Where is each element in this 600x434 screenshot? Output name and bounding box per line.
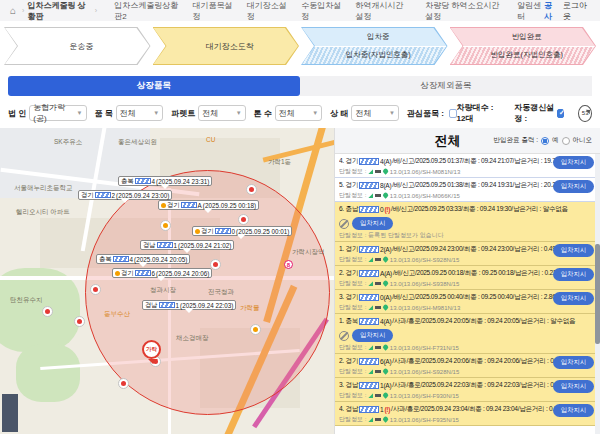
entry-order-button[interactable]: 입차지시 <box>553 180 590 191</box>
gps-pin-icon <box>382 192 388 198</box>
breadcrumb: 입차스케줄링 상황판 <box>27 0 91 22</box>
vehicle-info: 1. 경기2(A)/배/신고/2025.09.24 23:00/최종 : 09.… <box>339 244 590 255</box>
scrollbar-track[interactable] <box>595 154 600 434</box>
item-select[interactable]: 전체▼ <box>116 105 163 121</box>
vehicle-marker-icon[interactable] <box>42 306 53 317</box>
signal-icon <box>368 281 373 286</box>
tab-listed-items[interactable]: 상장품목 <box>8 76 300 96</box>
home-icon[interactable]: ⌂ <box>10 5 16 16</box>
nav-item-2[interactable]: 대기장소설정 <box>247 0 287 22</box>
plate-suffix: 2(A) <box>380 246 391 253</box>
step-in-transit[interactable]: 운송중 <box>4 27 151 65</box>
entry-order-button[interactable]: 입차지시 <box>553 268 590 279</box>
vehicle-row: 1. 경기2(A)/배/신고/2025.09.24 23:00/최종 : 09.… <box>335 242 600 266</box>
nav-item-3[interactable]: 수동입차설정 <box>301 0 341 22</box>
vehicle-marker-icon[interactable] <box>246 184 257 195</box>
corp-select[interactable]: 농협가락(공)▼ <box>29 105 86 121</box>
vehicle-info: 3. 경기0(A)/배/신고/2025.09.25 00:40/최종 : 09.… <box>339 292 590 303</box>
vehicle-marker-icon[interactable] <box>90 284 101 295</box>
vehicle-row: 3. 경기0(A)/배/신고/2025.09.25 00:40/최종 : 09.… <box>335 290 600 314</box>
vehicle-row: 4. 경남1(!)/사과/홍로/2025.09.24 23:04/최종 : 09… <box>335 402 600 426</box>
callout-time: (2025.09.24 20:05) <box>134 256 187 263</box>
interest-item-label: 관심품목 : <box>407 108 444 119</box>
gps-pin-icon <box>382 280 388 286</box>
state-select[interactable]: 전체▼ <box>351 105 398 121</box>
signal-icon <box>368 417 373 422</box>
chevron-down-icon: ▼ <box>153 110 159 116</box>
nav-item-0[interactable]: 입차스케줄링상황판2 <box>114 0 178 22</box>
step-arrived-waiting-area[interactable]: 대기장소도착 <box>153 27 300 65</box>
map-poi-label: 헬리오시티 아파트 <box>16 208 70 217</box>
nav-item-6[interactable]: 알림센터 <box>517 0 544 22</box>
masked-plate <box>359 358 379 365</box>
callout-region: 경기 <box>167 201 180 210</box>
entry-order-button[interactable]: 입차지시 <box>553 404 590 415</box>
device-label: 단말정보 : <box>339 279 366 288</box>
gps-pin-icon <box>382 344 388 350</box>
vehicle-marker-icon[interactable] <box>238 214 249 225</box>
map-poi-label: 가락1동 <box>268 158 291 167</box>
panel-header: 전체 반입완료 출력 : 예 아니오 <box>335 128 600 154</box>
signal-icon <box>368 369 373 374</box>
map-poi-label: SK주유소 <box>54 138 82 147</box>
device-value: 13.0(13.06)/SH-S938N/15 <box>390 281 459 287</box>
plate-suffix: 0(A) <box>380 294 391 301</box>
gps-pin-icon <box>382 368 388 374</box>
entry-order-button[interactable]: 입차지시 <box>352 217 393 230</box>
masked-plate <box>359 182 379 189</box>
entry-order-button[interactable]: 입차지시 <box>553 292 590 303</box>
step-entering[interactable]: 입차중 입차중(자법인호출) <box>301 27 448 65</box>
nav-item-5[interactable]: 차량당 하역소요시간 설정 <box>425 0 503 22</box>
masked-plate <box>359 382 379 389</box>
vehicle-marker-icon[interactable] <box>118 378 129 389</box>
carry-in-output-toggle: 반입완료 출력 : 예 아니오 <box>494 128 592 153</box>
map-building <box>2 394 18 432</box>
refresh-countdown-icon[interactable]: 53 <box>578 105 592 122</box>
nav-item-4[interactable]: 하역개시시간 설정 <box>356 0 412 22</box>
device-info: 단말정보 : 13.0(13.06)/SH-F935N/15 <box>339 415 590 424</box>
output-yes-label: 예 <box>552 136 559 145</box>
chevron-down-icon: ▼ <box>236 110 242 116</box>
vehicle-details: /배/신고/2025.09.25 01:37/최종 : 09.24 21:07/… <box>392 157 568 166</box>
auto-refresh-checkbox[interactable] <box>557 109 564 118</box>
callout-time: (2025.09.24 21:02) <box>178 242 231 249</box>
vehicle-row: 2. 경기6(A)/사과/홍로/2025.09.24 20:06/최종 : 09… <box>335 354 600 378</box>
vehicle-marker-icon[interactable] <box>160 220 171 231</box>
ton-select[interactable]: 전체▼ <box>275 105 322 121</box>
vehicle-marker-icon[interactable] <box>74 316 85 327</box>
subway-station-icon: 8 <box>284 260 293 269</box>
step-carry-in-complete[interactable]: 반입완료 반입완료(자법인호출) <box>450 27 597 65</box>
vehicle-details: /배/신고/2025.09.24 23:00/최종 : 09.24 23:00/… <box>392 245 565 254</box>
logout-link[interactable]: 로그아웃 <box>563 0 590 22</box>
interest-item-checkbox[interactable] <box>449 109 457 118</box>
battery-icon <box>375 306 381 310</box>
masked-plate <box>359 206 379 213</box>
nav-item-1[interactable]: 대기품목설정 <box>192 0 232 22</box>
output-yes-radio[interactable] <box>541 137 549 145</box>
output-no-radio[interactable] <box>562 137 570 145</box>
vehicle-info: 1. 충북4(A)/사과/홍로/2025.09.24 20:05/최종 : 09… <box>339 316 590 327</box>
vehicle-marker-icon[interactable] <box>250 324 261 335</box>
pallet-select[interactable]: 전체▼ <box>198 105 245 121</box>
plate-suffix: 4(A) <box>380 158 391 165</box>
entry-order-button[interactable]: 입차지시 <box>553 156 590 167</box>
entry-order-button[interactable]: 입차지시 <box>553 244 590 255</box>
map-poi-label: 채소경매장 <box>176 334 209 343</box>
vehicle-number: 2. 경기 <box>339 269 358 278</box>
pallet-label: 파렛트 <box>171 108 195 119</box>
user-name[interactable]: 공사 <box>544 0 558 22</box>
entry-order-button[interactable]: 입차지시 <box>352 329 393 342</box>
masked-plate <box>359 318 379 325</box>
entry-order-button[interactable]: 입차지시 <box>553 380 590 391</box>
entry-order-button[interactable]: 입차지시 <box>553 356 590 367</box>
callout-time: (2025.09.25 00:01) <box>236 228 289 235</box>
device-info: 단말정보 : 13.0(13.06)/SH-F731N/15 <box>339 343 590 352</box>
nav-menu: 입차스케줄링상황판2대기품목설정대기장소설정수동입차설정하역개시시간 설정차량당… <box>114 0 544 22</box>
masked-plate <box>359 294 379 301</box>
vehicle-callout: 경기 0 (2025.09.25 00:01) <box>192 226 292 236</box>
map-poi-label: 가락시장역 <box>292 248 325 257</box>
device-info: 단말정보 : 13.0(13.06)/SH-S928N/15 <box>339 255 590 264</box>
map[interactable]: 8 충북 4 (2025.09.24 23:31) 경기 2 (2025.09.… <box>0 128 334 434</box>
scrollbar-thumb[interactable] <box>595 244 600 344</box>
tab-unlisted-items[interactable]: 상장제외품목 <box>300 76 592 96</box>
